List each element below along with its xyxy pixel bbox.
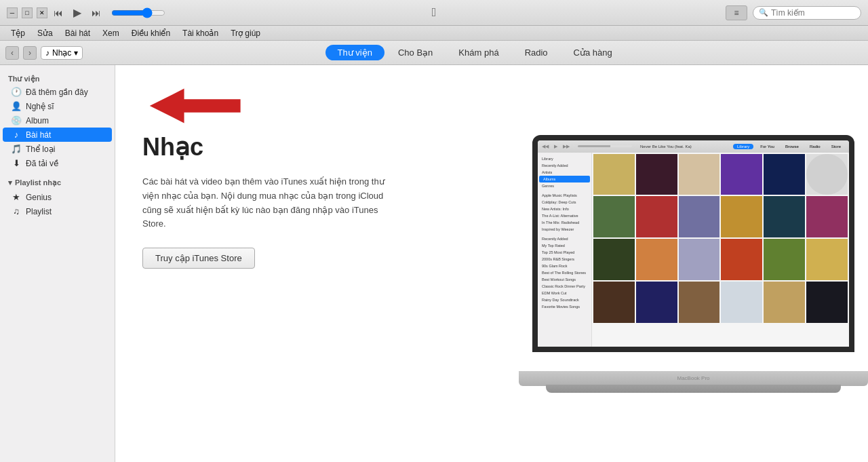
sidebar-item-genius[interactable]: ★ Genius (3, 190, 112, 204)
itunes-mini: ◀◀ ▶ ▶▶ Never Be Like You (feat. Ka) Lib… (538, 140, 849, 347)
mini-tab-browse: Browse (781, 144, 803, 149)
menu-bar: Tệp Sửa Bài hát Xem Điều khiển Tài khoản… (0, 26, 868, 41)
sidebar-label-playlist: Playlist (26, 207, 52, 216)
artist-icon: 👤 (11, 101, 22, 111)
forward-button[interactable]: › (23, 46, 37, 60)
mini-tab-for-you: For You (756, 144, 778, 149)
sidebar-label-albums: Album (26, 116, 49, 126)
sidebar-item-downloaded[interactable]: ⬇ Đã tải về (3, 156, 112, 170)
tab-explore[interactable]: Khám phá (446, 45, 511, 60)
close-button[interactable]: ✕ (37, 7, 47, 18)
left-arrow-icon (142, 85, 251, 126)
sidebar-item-genres[interactable]: 🎵 Thể loại (3, 142, 112, 156)
sidebar-item-artists[interactable]: 👤 Nghệ sĩ (3, 99, 112, 113)
minimize-button[interactable]: ─ (7, 7, 18, 18)
mini-sidebar-rolling: Best of The Rolling Stones (538, 269, 591, 276)
mini-sidebar-dinner: Classic Rock Dinner Party (538, 283, 591, 290)
store-button[interactable]: Truy cập iTunes Store (142, 248, 255, 269)
mini-sidebar-recently-added: Recently Added (538, 162, 591, 169)
macbook-screen-inner: ◀◀ ▶ ▶▶ Never Be Like You (feat. Ka) Lib… (538, 140, 849, 347)
mini-sidebar-new-artists: New Artists: Info (538, 206, 591, 212)
playlist-header[interactable]: ▾ Playlist nhạc (0, 176, 115, 190)
mini-tab-library: Library (733, 144, 753, 149)
mini-sidebar-library: Library (538, 155, 591, 162)
mini-sidebar-workout: Best Workout Songs (538, 276, 591, 283)
menu-account[interactable]: Tài khoản (177, 27, 224, 39)
tab-for-you[interactable]: Cho Bạn (386, 45, 445, 60)
mini-album-2 (636, 154, 677, 195)
back-button[interactable]: ‹ (5, 46, 19, 60)
mini-sidebar-movies: Favorite Movies Songs (538, 303, 591, 310)
menu-help[interactable]: Trợ giúp (225, 27, 266, 39)
content-description: Các bài hát và video bạn thêm vào iTunes… (142, 175, 400, 231)
mini-album-19 (593, 282, 635, 323)
mini-sidebar: Library Recently Added Artists Albums Ge… (538, 153, 592, 347)
volume-slider[interactable] (111, 7, 165, 18)
mini-album-14 (636, 239, 677, 280)
window-controls[interactable]: ─ □ ✕ (7, 7, 47, 18)
mini-sidebar-radiohead: In The Mix: Radiohead (538, 219, 591, 226)
tab-store[interactable]: Cửa hàng (561, 45, 625, 60)
search-icon: 🔍 (759, 8, 768, 17)
music-dropdown[interactable]: ♪ Nhạc ▾ (41, 46, 83, 60)
sidebar-item-songs[interactable]: ♪ Bài hát (3, 128, 112, 142)
toolbar: ‹ › ♪ Nhạc ▾ Thư viện Cho Bạn Khám phá R… (0, 41, 868, 65)
next-button[interactable]: ⏭ (88, 5, 104, 21)
mini-tab-radio: Radio (806, 144, 825, 149)
macbook-screen: ◀◀ ▶ ▶▶ Never Be Like You (feat. Ka) Lib… (532, 135, 854, 352)
dropdown-arrow-icon: ▾ (74, 48, 78, 58)
menu-file[interactable]: Tệp (5, 27, 31, 39)
mini-album-18 (806, 239, 848, 280)
mini-album-11 (764, 196, 805, 237)
menu-songs[interactable]: Bài hát (60, 27, 96, 39)
mini-sidebar-weezer: Inspired by Weezer (538, 226, 591, 233)
mini-tab-store: Store (827, 144, 845, 149)
content-area: Nhạc Các bài hát và video bạn thêm vào i… (115, 65, 868, 462)
mini-album-grid (592, 153, 849, 324)
svg-marker-0 (150, 89, 241, 123)
sidebar-item-playlist[interactable]: ♫ Playlist (3, 204, 112, 218)
itunes-mini-header: ◀◀ ▶ ▶▶ Never Be Like You (feat. Ka) Lib… (538, 140, 849, 153)
mini-sidebar-albums: Albums (539, 176, 590, 182)
tab-library[interactable]: Thư viện (326, 45, 384, 60)
mini-album-17 (764, 239, 805, 280)
search-box[interactable]: 🔍 (753, 6, 861, 20)
itunes-mini-body: Library Recently Added Artists Albums Ge… (538, 153, 849, 347)
mini-album-4 (721, 154, 762, 195)
sidebar: Thư viện 🕐 Đã thêm gần đây 👤 Nghệ sĩ 💿 A… (0, 65, 115, 462)
download-icon: ⬇ (11, 158, 22, 168)
genius-icon: ★ (11, 192, 22, 202)
macbook-wrapper: ◀◀ ▶ ▶▶ Never Be Like You (feat. Ka) Lib… (519, 135, 868, 393)
mini-sidebar-edm: EDM Work Cut (538, 290, 591, 296)
sidebar-label-downloaded: Đã tải về (26, 159, 58, 168)
prev-button[interactable]: ⏮ (50, 5, 66, 21)
macbook-label: MacBook Pro (519, 371, 868, 386)
mini-album-21 (679, 282, 720, 323)
album-icon: 💿 (11, 115, 22, 126)
sidebar-label-songs: Bài hát (26, 130, 51, 140)
sidebar-item-recently-added[interactable]: 🕐 Đã thêm gần đây (3, 85, 112, 99)
mini-sidebar-glam: 90s Glam Rock (538, 263, 591, 269)
play-button[interactable]: ▶ (69, 5, 85, 21)
sidebar-item-albums[interactable]: 💿 Album (3, 113, 112, 128)
mini-album-20 (636, 282, 677, 323)
tab-radio[interactable]: Radio (513, 45, 560, 60)
mini-sidebar-apple-music: Apple Music Playlists (538, 192, 591, 199)
menu-edit[interactable]: Sửa (32, 27, 58, 39)
mini-sidebar-rec-added: Recently Added (538, 235, 591, 242)
playlist-icon: ♫ (11, 206, 22, 216)
mini-sidebar-top-rated: My Top Rated (538, 242, 591, 249)
mini-album-22 (721, 282, 762, 323)
mini-sidebar-coldplay: Coldplay: Deep Cuts (538, 199, 591, 206)
music-note-icon: ♪ (45, 48, 50, 58)
menu-view[interactable]: Xem (97, 27, 125, 39)
menu-controls[interactable]: Điều khiển (126, 27, 176, 39)
macbook-container: ◀◀ ▶ ▶▶ Never Be Like You (feat. Ka) Lib… (519, 65, 868, 462)
mini-sidebar-rb: 2000s R&B Singers (538, 256, 591, 263)
list-view-button[interactable]: ≡ (726, 5, 747, 20)
maximize-button[interactable]: □ (22, 7, 33, 18)
sidebar-label-artists: Nghệ sĩ (26, 102, 54, 111)
content-left: Nhạc Các bài hát và video bạn thêm vào i… (115, 65, 519, 462)
mini-album-3 (679, 154, 720, 195)
search-input[interactable] (771, 8, 859, 18)
